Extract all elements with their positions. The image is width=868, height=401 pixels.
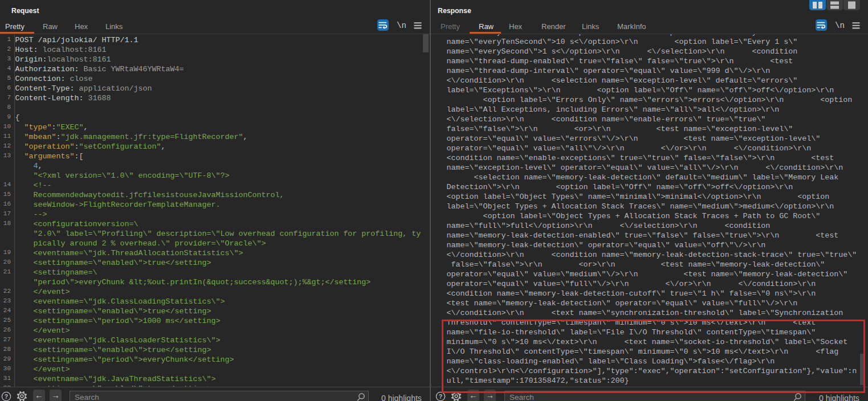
svg-text:?: ? [5, 393, 8, 400]
svg-text:?: ? [439, 393, 442, 400]
